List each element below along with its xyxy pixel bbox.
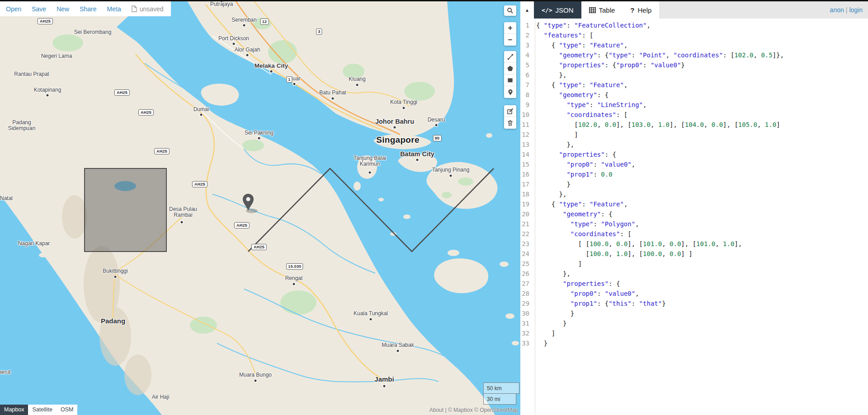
code-line[interactable]: 7 { "type": "Feature", [520, 80, 868, 90]
editor-code-lines: 1{ "type": "FeatureCollection",2 "featur… [520, 20, 868, 348]
code-line[interactable]: 6 }, [520, 70, 868, 80]
code-line[interactable]: 30 } [520, 308, 868, 318]
code-line[interactable]: 15 "prop0": "value0", [520, 159, 868, 169]
mapbox-credit-link[interactable]: © Mapbox [448, 407, 473, 413]
menu-meta[interactable]: Meta [107, 5, 121, 13]
code-line[interactable]: 25 ] [520, 259, 868, 269]
code-line[interactable]: 26 }, [520, 269, 868, 279]
code-line[interactable]: 31 } [520, 318, 868, 328]
draw-toolbar [504, 51, 516, 98]
code-text: "coordinates": [ [533, 111, 627, 118]
line-number: 17 [520, 179, 533, 189]
code-line[interactable]: 9 "type": "LineString", [520, 100, 868, 110]
code-line[interactable]: 18 }, [520, 189, 868, 199]
line-number: 2 [520, 30, 533, 40]
code-line[interactable]: 1{ "type": "FeatureCollection", [520, 20, 868, 30]
edit-icon [507, 107, 514, 115]
code-line[interactable]: 29 "prop1": {"this": "that"} [520, 298, 868, 308]
code-line[interactable]: 8 "geometry": { [520, 90, 868, 100]
osm-credit-link[interactable]: © OpenStreetMap [474, 407, 518, 413]
about-link[interactable]: About [429, 407, 443, 413]
code-text: "coordinates": [ [533, 230, 632, 238]
code-line[interactable]: 32 ] [520, 328, 868, 338]
tab-help-label: Help [638, 6, 652, 14]
line-number: 24 [520, 249, 533, 259]
code-line[interactable]: 33 } [520, 338, 868, 348]
code-line[interactable]: 20 "geometry": { [520, 209, 868, 219]
line-number: 22 [520, 229, 533, 239]
map-canvas[interactable]: PutrajayaSerembanPort DicksonAlor GajahM… [0, 0, 520, 415]
code-line[interactable]: 10 "coordinates": [ [520, 110, 868, 120]
code-text: "geometry": { [533, 91, 609, 98]
tab-json[interactable]: </> JSON [534, 1, 581, 19]
marker-icon [507, 89, 514, 96]
edit-features-button[interactable] [504, 105, 516, 117]
line-number: 16 [520, 169, 533, 179]
layer-button-mapbox[interactable]: Mapbox [0, 405, 28, 415]
tab-help[interactable]: ? Help [623, 1, 659, 19]
code-line[interactable]: 28 "prop0": "value0", [520, 289, 868, 298]
tab-table-label: Table [599, 6, 615, 14]
auth-links: anon|login [830, 6, 863, 14]
code-line[interactable]: 17 } [520, 179, 868, 189]
code-text: } [533, 181, 571, 188]
edit-toolbar [504, 105, 516, 129]
menu-open[interactable]: Open [6, 5, 21, 13]
code-text: }, [533, 270, 571, 277]
code-text: } [533, 310, 574, 317]
draw-polygon-button[interactable] [504, 63, 516, 75]
code-line[interactable]: 19 { "type": "Feature", [520, 199, 868, 209]
json-editor[interactable]: 1{ "type": "FeatureCollection",2 "featur… [520, 19, 868, 415]
line-number: 15 [520, 159, 533, 169]
rectangle-icon [507, 77, 514, 84]
code-line[interactable]: 13 }, [520, 140, 868, 149]
line-number: 19 [520, 199, 533, 209]
code-text: "prop0": "value0", [533, 290, 639, 297]
anon-user-label[interactable]: anon [830, 6, 844, 14]
layer-button-satellite[interactable]: Satellite [28, 405, 56, 415]
code-line[interactable]: 12 ] [520, 130, 868, 140]
code-line[interactable]: 23 [ [100.0, 0.0], [101.0, 0.0], [101.0,… [520, 239, 868, 249]
code-line[interactable]: 5 "properties": {"prop0": "value0"} [520, 60, 868, 70]
main-menu-bar: OpenSaveNewShareMeta unsaved [0, 1, 171, 16]
attribution-separator: | [445, 407, 446, 413]
island-karimun [357, 155, 377, 179]
code-text: "type": "LineString", [533, 101, 646, 108]
code-text: { "type": "Feature", [533, 81, 627, 89]
code-line[interactable]: 14 "properties": { [520, 149, 868, 159]
code-line[interactable]: 11 [102.0, 0.0], [103.0, 1.0], [104.0, 0… [520, 120, 868, 130]
basemap-tiles [0, 0, 520, 415]
top-border-strip [0, 0, 868, 1]
code-line[interactable]: 27 "properties": { [520, 279, 868, 289]
zoom-in-button[interactable]: + [504, 22, 516, 34]
layer-button-osm[interactable]: OSM [57, 405, 77, 415]
code-line[interactable]: 16 "prop1": 0.0 [520, 169, 868, 179]
search-button[interactable] [504, 5, 516, 16]
line-number: 7 [520, 80, 533, 90]
code-line[interactable]: 24 [100.0, 1.0], [100.0, 0.0] ] [520, 249, 868, 259]
code-text: "prop1": {"this": "that"} [533, 300, 666, 307]
tab-table[interactable]: Table [581, 1, 623, 19]
menu-new[interactable]: New [57, 5, 69, 13]
delete-features-button[interactable] [504, 117, 516, 129]
save-status: unsaved [132, 5, 164, 13]
panel-tab-bar: ▲ </> JSON Table ? Help anon|login [520, 0, 868, 19]
code-icon: </> [542, 7, 552, 14]
code-line[interactable]: 2 "features": [ [520, 30, 868, 40]
draw-rectangle-button[interactable] [504, 75, 516, 86]
geojson-polygon-overlay[interactable] [85, 168, 166, 252]
code-line[interactable]: 22 "coordinates": [ [520, 229, 868, 239]
line-number: 4 [520, 50, 533, 60]
zoom-out-button[interactable]: − [504, 34, 516, 46]
code-line[interactable]: 3 { "type": "Feature", [520, 40, 868, 50]
code-line[interactable]: 21 "type": "Polygon", [520, 219, 868, 229]
menu-save[interactable]: Save [32, 5, 46, 13]
collapse-panel-button[interactable]: ▲ [520, 1, 534, 19]
draw-marker-button[interactable] [504, 86, 516, 98]
line-number: 20 [520, 209, 533, 219]
code-text: { "type": "Feature", [533, 42, 627, 49]
code-line[interactable]: 4 "geometry": {"type": "Point", "coordin… [520, 50, 868, 60]
login-link[interactable]: login [849, 6, 863, 14]
draw-line-button[interactable] [504, 51, 516, 63]
menu-share[interactable]: Share [80, 5, 96, 13]
